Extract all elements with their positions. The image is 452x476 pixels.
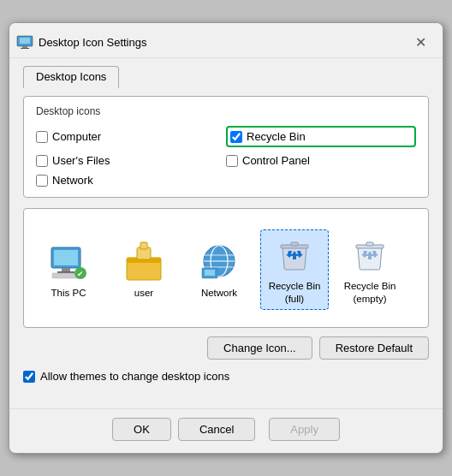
dialog: Desktop Icon Settings ✕ Desktop Icons De… <box>9 22 443 454</box>
allow-themes-label: Allow themes to change desktop icons <box>40 370 229 383</box>
cancel-button[interactable]: Cancel <box>178 418 255 441</box>
tab-desktop-icons[interactable]: Desktop Icons <box>23 66 119 88</box>
network-label: Network <box>201 287 237 300</box>
network-icon <box>199 241 240 282</box>
restore-default-button[interactable]: Restore Default <box>319 336 429 360</box>
this-pc-icon: ✔ <box>48 241 89 282</box>
checkbox-recycle-input[interactable] <box>230 131 242 143</box>
recycle-full-label: Recycle Bin(full) <box>269 280 321 306</box>
main-content: Desktop icons Computer Recycle Bin User'… <box>9 87 443 408</box>
svg-rect-5 <box>54 250 78 265</box>
checkbox-computer[interactable]: Computer <box>36 126 226 147</box>
svg-rect-6 <box>62 268 70 271</box>
this-pc-label: This PC <box>51 287 86 300</box>
icon-user[interactable]: user <box>110 237 178 303</box>
icon-recycle-full[interactable]: Recycle Bin(full) <box>260 229 329 310</box>
close-button[interactable]: ✕ <box>408 30 432 54</box>
title-bar: Desktop Icon Settings ✕ <box>9 23 443 58</box>
checkbox-user-files-label: User's Files <box>52 154 110 167</box>
allow-themes-checkbox[interactable] <box>23 371 35 383</box>
dialog-title: Desktop Icon Settings <box>39 36 408 49</box>
svg-rect-25 <box>366 242 373 246</box>
checkbox-network-input[interactable] <box>36 175 48 187</box>
icon-preview-area: ✔ This PC user <box>23 208 429 328</box>
svg-rect-21 <box>205 270 215 276</box>
checkbox-grid: Computer Recycle Bin User's Files Contro… <box>36 126 416 187</box>
icon-network[interactable]: Network <box>185 237 253 303</box>
checkbox-user-files[interactable]: User's Files <box>36 154 226 167</box>
svg-text:✔: ✔ <box>77 270 84 278</box>
checkbox-recycle-label: Recycle Bin <box>247 130 306 143</box>
user-icon <box>123 241 164 282</box>
bottom-buttons: OK Cancel Apply <box>9 408 443 453</box>
icon-action-buttons: Change Icon... Restore Default <box>23 336 429 360</box>
allow-themes-row: Allow themes to change desktop icons <box>23 370 429 383</box>
svg-rect-3 <box>21 48 29 49</box>
apply-button[interactable]: Apply <box>269 418 340 441</box>
checkbox-recycle[interactable]: Recycle Bin <box>226 126 416 147</box>
recycle-full-icon <box>274 234 315 275</box>
tab-header: Desktop Icons <box>9 58 443 87</box>
svg-rect-1 <box>20 38 30 44</box>
checkbox-user-files-input[interactable] <box>36 155 48 167</box>
icon-this-pc[interactable]: ✔ This PC <box>34 237 103 303</box>
change-icon-button[interactable]: Change Icon... <box>207 336 312 360</box>
recycle-empty-label: Recycle Bin(empty) <box>344 280 396 306</box>
ok-button[interactable]: OK <box>112 418 171 441</box>
dialog-icon <box>16 33 33 51</box>
user-label: user <box>134 287 153 300</box>
checkbox-network[interactable]: Network <box>36 174 226 187</box>
svg-rect-7 <box>57 271 74 273</box>
icon-recycle-empty[interactable]: Recycle Bin(empty) <box>336 230 404 309</box>
svg-rect-23 <box>291 242 298 246</box>
checkbox-control-panel[interactable]: Control Panel <box>226 154 416 167</box>
group-box-label: Desktop icons <box>36 105 416 117</box>
checkbox-computer-input[interactable] <box>36 131 48 143</box>
recycle-empty-icon <box>349 234 390 275</box>
svg-rect-14 <box>140 242 147 249</box>
checkbox-control-panel-label: Control Panel <box>242 154 310 167</box>
desktop-icons-group: Desktop icons Computer Recycle Bin User'… <box>23 96 429 198</box>
svg-rect-2 <box>22 46 27 48</box>
checkbox-computer-label: Computer <box>52 130 101 143</box>
checkbox-network-label: Network <box>52 174 93 187</box>
checkbox-control-panel-input[interactable] <box>226 155 238 167</box>
